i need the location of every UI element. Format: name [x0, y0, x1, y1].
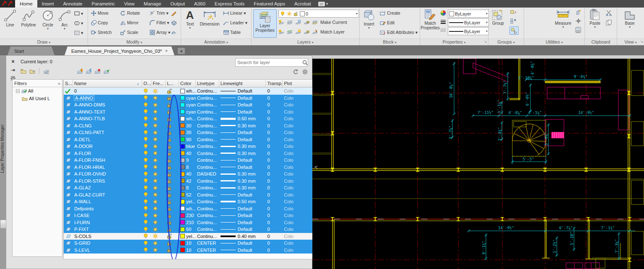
layer-name[interactable]: A-FLOR-FNSH [73, 157, 142, 164]
layer-on-icon[interactable] [142, 212, 151, 219]
layer-transparency[interactable]: 0 [266, 101, 283, 109]
layer-transparency[interactable]: 0 [266, 164, 283, 171]
create-block-button[interactable]: Create [380, 10, 400, 16]
rotate-button[interactable]: Rotate [120, 10, 140, 16]
layer-row[interactable]: I-CASE230Continu...Default0Colo [64, 212, 312, 219]
layer-name[interactable]: Defpoints [73, 205, 142, 212]
ribbon-tab-view[interactable]: View [119, 0, 139, 8]
layer-lock-icon[interactable] [166, 143, 179, 150]
layer-freeze-icon[interactable] [151, 143, 166, 150]
layer-lineweight[interactable]: Default [219, 205, 266, 212]
layer-on-icon[interactable] [142, 205, 151, 212]
layer-lock-icon[interactable] [166, 205, 179, 212]
layer-freeze-icon[interactable] [151, 164, 166, 171]
column-header[interactable]: L... [166, 80, 179, 87]
layer-lock-icon[interactable] [166, 240, 179, 247]
point-style-icon[interactable] [575, 18, 581, 24]
layer-lineweight[interactable]: 0.40 mm [219, 233, 266, 240]
layer-lineweight[interactable]: Default [219, 157, 266, 164]
palette-collapse-chevron[interactable]: < [314, 164, 318, 170]
explode-button[interactable] [171, 20, 177, 26]
layer-transparency[interactable]: 0 [266, 136, 283, 143]
layer-transparency[interactable]: 0 [266, 178, 283, 185]
fillet-button[interactable]: Fillet▾ [149, 20, 169, 26]
layer-on-icon[interactable] [142, 122, 151, 129]
cut-icon[interactable] [606, 10, 612, 16]
layer-on-icon[interactable] [142, 219, 151, 226]
erase-button[interactable] [171, 10, 177, 16]
search-icon[interactable] [302, 59, 308, 65]
layer-freeze-icon[interactable] [151, 88, 166, 95]
layer-freeze-icon[interactable] [151, 247, 166, 254]
palette-autohide-button[interactable]: ⇥ [10, 67, 16, 73]
layer-row[interactable]: A-CLNG30Continu...0.30 mm0Colo [64, 122, 312, 129]
layer-lock-icon[interactable] [166, 157, 179, 164]
paste-button[interactable]: Paste▾ [587, 9, 603, 28]
rectangle-tool-button[interactable]: ▾ [74, 10, 83, 16]
table-button[interactable]: Table [223, 29, 241, 35]
panel-label-annotation[interactable]: Annotation ▾ [181, 39, 251, 45]
layer-name[interactable]: A-FLOR-HRAL [73, 164, 142, 171]
layer-linetype[interactable]: Continu... [196, 143, 219, 150]
layer-row[interactable]: I-FURN210Continu...Default0Colo [64, 219, 312, 226]
layer-freeze-icon[interactable] [151, 136, 166, 143]
layer-linetype[interactable]: Continu... [196, 95, 219, 102]
layer-linetype[interactable]: Continu... [196, 157, 219, 164]
layer-color[interactable]: cyan [179, 109, 196, 116]
layer-row[interactable]: A-ANNOcyanContinu...Default0Colo [64, 95, 312, 102]
layer-freeze-icon[interactable] [151, 115, 166, 122]
layer-freeze-icon[interactable] [151, 129, 166, 136]
ribbon-tab-annotate[interactable]: Annotate [58, 0, 87, 8]
layer-freeze-icon[interactable] [151, 233, 166, 240]
layer-lineweight[interactable]: 0.30 mm [219, 184, 266, 191]
linetype-dropdown[interactable]: ByLayer▾ [448, 27, 489, 35]
layer-on-icon[interactable] [142, 184, 151, 191]
layer-transparency[interactable]: 0 [266, 109, 283, 116]
layer-lineweight[interactable]: Default [219, 212, 266, 219]
layer-lock-icon[interactable] [166, 219, 179, 226]
layer-freeze-icon[interactable] [151, 184, 166, 191]
layer-on-icon[interactable] [142, 101, 151, 109]
layer-linetype[interactable]: CENTER [196, 240, 219, 247]
group-edit-icon[interactable] [510, 18, 516, 24]
delete-layer-icon[interactable] [94, 68, 100, 74]
hatch-tool-button[interactable]: ▾ [74, 30, 83, 36]
ribbon-tab-manage[interactable]: Manage [139, 0, 166, 8]
column-header[interactable]: Color [179, 80, 196, 87]
layer-name[interactable]: A-ANNO [73, 95, 142, 102]
layer-freeze-icon[interactable] [151, 191, 166, 199]
layer-lineweight[interactable]: 0.30 mm [219, 178, 266, 185]
panel-label-layers[interactable]: Layers ▾ [252, 39, 359, 45]
layer-linetype[interactable]: Continu... [196, 205, 219, 212]
panel-label-draw[interactable]: Draw ▾ [0, 39, 88, 45]
panel-label-view[interactable]: View ▾↘ [617, 39, 644, 45]
layer-row[interactable]: Defpointswh...Continu...Default0Colo [64, 205, 312, 212]
ellipse-tool-button[interactable]: ▾ [74, 20, 83, 26]
layer-color[interactable]: 90 [179, 136, 196, 143]
layer-freeze-icon[interactable] [151, 150, 166, 157]
layer-freeze-icon[interactable] [151, 219, 166, 226]
layer-name[interactable]: A-FLOR [73, 150, 142, 157]
layer-lock-icon[interactable] [166, 88, 179, 95]
edit-attributes-button[interactable]: Edit Attributes▾ [380, 29, 418, 35]
polyline-button[interactable]: Polyline [18, 9, 39, 27]
layer-linetype[interactable]: Continu... [196, 191, 219, 199]
layer-on-icon[interactable] [142, 247, 151, 254]
layer-color[interactable]: 30 [179, 122, 196, 129]
layer-lineweight[interactable]: Default [219, 247, 266, 254]
layer-lineweight[interactable]: Default [219, 240, 266, 247]
layer-transparency[interactable]: 0 [266, 198, 283, 205]
leader-button[interactable]: Leader▾ [223, 20, 247, 26]
ribbon-display-toggle[interactable]: ▭▾ [318, 0, 328, 8]
palette-close-button[interactable]: × [10, 58, 16, 65]
layer-freeze-icon[interactable] [151, 178, 166, 185]
layer-color[interactable]: 52 [179, 191, 196, 199]
column-header[interactable]: Lineweight [219, 80, 266, 87]
layer-on-icon[interactable] [142, 171, 151, 178]
layer-linetype[interactable]: Continu... [196, 178, 219, 185]
layer-color[interactable]: 8 [179, 184, 196, 191]
drawing-canvas[interactable]: < 10'-8¼"7'-7¼"4'-8⅝"3'-10⅝"9'-6¾"1'-1⅞"… [312, 59, 644, 269]
match-properties-button[interactable]: Match Properties [421, 9, 439, 30]
layer-lock-icon[interactable] [166, 129, 179, 136]
layer-linetype[interactable]: DASHED [196, 171, 219, 178]
